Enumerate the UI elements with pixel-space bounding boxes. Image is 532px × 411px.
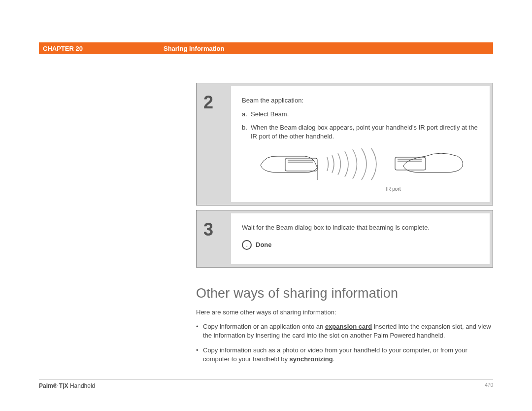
step-2-intro: Beam the application:	[242, 96, 481, 105]
page-footer: Palm® T|X Handheld 470	[39, 379, 493, 389]
expansion-card-link[interactable]: expansion card	[325, 323, 372, 330]
section-intro: Here are some other ways of sharing info…	[196, 308, 493, 317]
bullet-1-pre: Copy information or an application onto …	[203, 323, 325, 330]
ir-port-label: IR port	[386, 186, 400, 193]
step-2-sub-a: a. Select Beam.	[242, 110, 481, 119]
done-row: ↓ Done	[242, 240, 481, 250]
footer-product-bold: Palm® T|X	[39, 382, 68, 389]
chapter-title: Sharing Information	[164, 45, 493, 52]
bullet-2-post: .	[333, 355, 335, 363]
chapter-header-bar: CHAPTER 20 Sharing Information	[39, 42, 493, 54]
done-arrow-icon: ↓	[242, 240, 252, 250]
synchronizing-link[interactable]: synchronizing	[290, 355, 333, 363]
step-2-b-label: b.	[242, 123, 251, 140]
beam-svg	[258, 145, 465, 182]
step-2-sub-b: b. When the Beam dialog box appears, poi…	[242, 123, 481, 140]
step-2-body: Beam the application: a. Select Beam. b.…	[231, 86, 490, 202]
bullet-2-pre: Copy information such as a photo or vide…	[203, 346, 467, 363]
footer-page-number: 470	[485, 382, 493, 389]
step-2-a-text: Select Beam.	[251, 110, 289, 119]
bullet-2: • Copy information such as a photo or vi…	[196, 346, 493, 363]
step-2-box: 2 Beam the application: a. Select Beam. …	[196, 83, 493, 206]
footer-product-rest: Handheld	[68, 382, 96, 389]
bullet-dot-icon: •	[196, 346, 203, 363]
step-2-a-label: a.	[242, 110, 251, 119]
bullet-1: • Copy information or an application ont…	[196, 322, 493, 340]
beam-illustration: IR port	[242, 145, 481, 193]
bullet-dot-icon: •	[196, 322, 203, 340]
footer-product: Palm® T|X Handheld	[39, 382, 95, 389]
section-heading: Other ways of sharing information	[196, 286, 398, 301]
step-3-number: 3	[203, 219, 213, 240]
step-2-b-text: When the Beam dialog box appears, point …	[251, 123, 481, 140]
step-2-number: 2	[203, 92, 213, 113]
step-3-text: Wait for the Beam dialog box to indicate…	[242, 223, 481, 232]
bullet-2-text: Copy information such as a photo or vide…	[203, 346, 493, 363]
bullet-1-text: Copy information or an application onto …	[203, 322, 493, 340]
step-3-box: 3 Wait for the Beam dialog box to indica…	[196, 210, 493, 268]
done-label: Done	[256, 240, 272, 249]
chapter-label: CHAPTER 20	[39, 45, 164, 52]
step-3-body: Wait for the Beam dialog box to indicate…	[231, 213, 490, 264]
